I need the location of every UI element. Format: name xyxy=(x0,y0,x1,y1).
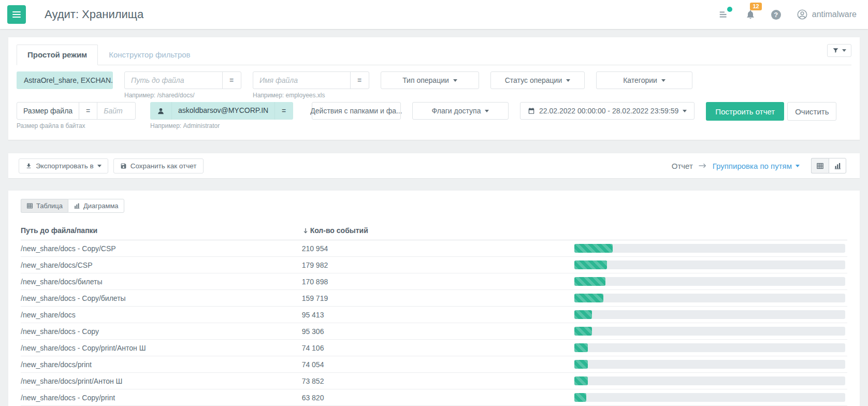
user-icon xyxy=(797,9,808,20)
table-icon xyxy=(816,162,824,170)
filter-settings-button[interactable] xyxy=(827,44,851,57)
bar-track xyxy=(574,277,845,286)
table-row[interactable]: /new_share/docs - Copy/билеты 159 719 xyxy=(21,290,847,307)
save-icon xyxy=(120,163,127,169)
row-count: 170 898 xyxy=(302,278,575,286)
caret-down-icon xyxy=(485,110,489,112)
categories-dropdown[interactable]: Категории xyxy=(596,71,692,89)
caret-down-icon xyxy=(453,79,457,82)
operation-status-dropdown[interactable]: Статус операции xyxy=(490,71,585,89)
row-path: /new_share/docs/билеты xyxy=(21,278,302,286)
row-count: 210 954 xyxy=(302,244,575,253)
caret-down-icon xyxy=(661,79,666,82)
date-range-picker[interactable]: 22.02.2022 00:00:00 - 28.02.2022 23:59:5… xyxy=(520,102,695,120)
file-name-input[interactable] xyxy=(253,72,350,89)
bar-track xyxy=(574,260,845,269)
bar-track xyxy=(574,343,845,352)
report-label: Отчет xyxy=(672,162,693,170)
caret-down-icon xyxy=(97,165,102,167)
bar-fill xyxy=(574,294,603,302)
report-content: Таблица Диаграмма Путь до файла/папки Ко… xyxy=(8,191,860,406)
row-count: 74 106 xyxy=(302,344,575,352)
clear-button[interactable]: Очистить xyxy=(787,102,836,121)
user-filter-icon xyxy=(150,102,172,120)
row-count: 74 054 xyxy=(302,360,575,369)
tab-filter-constructor[interactable]: Конструктор фильтров xyxy=(98,45,201,65)
user-menu[interactable]: antimalware xyxy=(797,9,857,20)
results-table: Путь до файла/папки Кол-во событий /new_… xyxy=(21,223,847,406)
view-chart-button[interactable]: Диаграмма xyxy=(68,199,124,213)
reports-queue-icon[interactable] xyxy=(718,9,730,20)
bar-chart-icon xyxy=(74,202,80,209)
file-size-input[interactable] xyxy=(97,103,135,119)
row-count: 179 982 xyxy=(302,261,575,269)
file-name-operator[interactable]: = xyxy=(350,72,368,89)
report-toolbar: Экспортировать в Сохранить как отчет Отч… xyxy=(8,153,860,178)
download-icon xyxy=(25,163,32,169)
access-flags-dropdown[interactable]: Флаги доступа xyxy=(412,102,509,120)
file-size-operator[interactable]: = xyxy=(79,103,97,119)
row-count: 95 306 xyxy=(302,327,575,336)
table-row[interactable]: /new_share/docs/print/Антон Ш 73 852 xyxy=(21,373,847,389)
row-path: /new_share/docs - Copy/CSP xyxy=(21,244,302,253)
bar-track xyxy=(574,327,845,336)
table-view-toggle[interactable] xyxy=(811,158,829,173)
row-bar xyxy=(574,343,847,352)
table-row[interactable]: /new_share/docs - Copy 95 306 xyxy=(21,323,847,340)
file-path-hint: Например: /shared/docs/ xyxy=(124,92,241,99)
caret-down-icon xyxy=(842,49,846,52)
table-row[interactable]: /new_share/docs/билеты 170 898 xyxy=(21,273,847,290)
bar-fill xyxy=(574,310,591,319)
date-range-value: 22.02.2022 00:00:00 - 28.02.2022 23:59:5… xyxy=(539,107,678,115)
bar-fill xyxy=(574,360,588,369)
filter-mode-tabs: Простой режим Конструктор фильтров xyxy=(17,45,851,65)
row-bar xyxy=(574,360,847,369)
row-path: /new_share/docs - Copy/print/Антон Ш xyxy=(21,344,302,352)
row-count: 63 820 xyxy=(302,394,575,402)
storage-filter-chip[interactable]: AstraOrel_share, EXCHAN... xyxy=(17,71,113,89)
row-bar xyxy=(574,310,847,319)
user-filter-operator[interactable]: = xyxy=(274,102,293,120)
row-count: 73 852 xyxy=(302,377,575,385)
table-row[interactable]: /new_share/docs - Copy/print/Антон Ш 74 … xyxy=(21,340,847,356)
row-bar xyxy=(574,294,847,302)
column-header-count[interactable]: Кол-во событий xyxy=(302,226,575,235)
menu-toggle-button[interactable] xyxy=(7,5,26,24)
file-path-operator[interactable]: = xyxy=(222,72,240,89)
report-grouping-controls: Отчет Группировка по путям xyxy=(672,158,846,173)
export-dropdown-button[interactable]: Экспортировать в xyxy=(19,158,108,173)
save-as-report-button[interactable]: Сохранить как отчет xyxy=(113,158,204,173)
tab-simple-mode[interactable]: Простой режим xyxy=(17,45,98,65)
view-table-button[interactable]: Таблица xyxy=(21,199,68,213)
folder-actions-dropdown[interactable]: Действия с папками и фа... xyxy=(312,102,401,120)
table-row[interactable]: /new_share/docs - Copy/print 63 820 xyxy=(21,389,847,406)
operation-type-dropdown[interactable]: Тип операции xyxy=(381,71,479,89)
notifications-bell-icon[interactable]: 12 xyxy=(745,9,756,20)
help-icon[interactable]: ? xyxy=(771,10,781,20)
grouping-dropdown-link[interactable]: Группировка по путям xyxy=(713,162,800,170)
status-dot-badge xyxy=(727,7,732,12)
view-toggle-group xyxy=(811,158,846,173)
table-body: /new_share/docs - Copy/CSP 210 954 /new_… xyxy=(21,240,847,406)
table-row[interactable]: /new_share/docs 95 413 xyxy=(21,307,847,323)
table-row[interactable]: /new_share/docs - Copy/CSP 210 954 xyxy=(21,240,847,257)
user-filter-input[interactable] xyxy=(172,102,274,119)
build-report-button[interactable]: Построить отчет xyxy=(706,102,784,121)
app-header: Аудит: Хранилища 12 ? antimalware xyxy=(0,0,868,29)
row-path: /new_share/docs - Copy/print xyxy=(21,394,302,402)
bar-track xyxy=(574,376,845,385)
file-path-input[interactable] xyxy=(125,72,222,89)
chart-view-toggle[interactable] xyxy=(829,158,846,173)
row-path: /new_share/docs - Copy xyxy=(21,327,302,336)
bar-fill xyxy=(574,260,607,269)
row-path: /new_share/docs/print xyxy=(21,360,302,369)
row-bar xyxy=(574,260,847,269)
row-bar xyxy=(574,244,847,253)
table-row[interactable]: /new_share/docs/print 74 054 xyxy=(21,356,847,373)
row-bar xyxy=(574,393,847,402)
caret-down-icon xyxy=(795,165,800,167)
column-header-path: Путь до файла/папки xyxy=(21,226,302,235)
table-row[interactable]: /new_share/docs/CSP 179 982 xyxy=(21,257,847,273)
header-actions: 12 ? antimalware xyxy=(718,9,857,20)
table-chart-switch: Таблица Диаграмма xyxy=(21,199,847,213)
